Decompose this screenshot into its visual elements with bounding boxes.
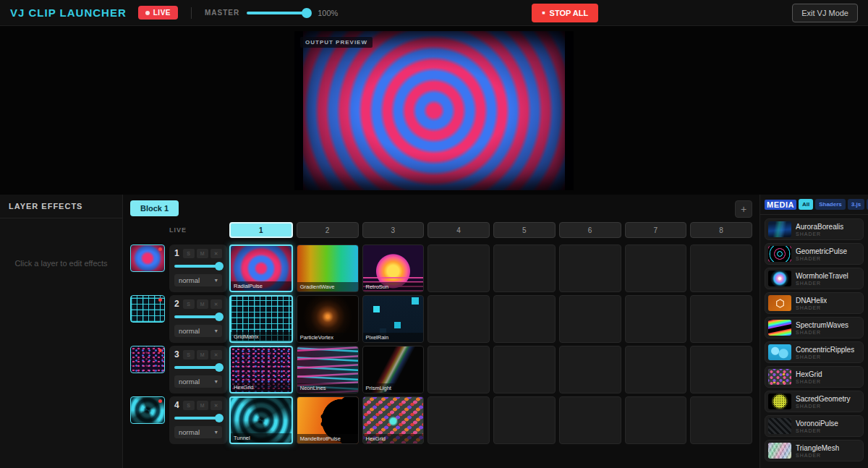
- layer-1-thumbnail[interactable]: [130, 244, 165, 272]
- empty-clip-cell[interactable]: [559, 295, 621, 343]
- layer-3-thumbnail[interactable]: [130, 346, 165, 373]
- empty-clip-cell[interactable]: [559, 244, 621, 292]
- layer-number: 2: [174, 299, 179, 309]
- media-item[interactable]: AuroraBorealis SHADER: [765, 218, 864, 240]
- mute-button[interactable]: M: [197, 350, 208, 359]
- clip-cell[interactable]: HexGrid: [362, 396, 425, 444]
- media-item[interactable]: WormholeTravel SHADER: [765, 268, 864, 289]
- mute-button[interactable]: M: [197, 249, 208, 258]
- workspace: LAYER EFFECTS Click a layer to edit effe…: [0, 195, 868, 468]
- empty-clip-cell[interactable]: [690, 244, 752, 292]
- empty-clip-cell[interactable]: [559, 346, 621, 393]
- layer-3-opacity-slider[interactable]: [174, 363, 222, 372]
- empty-clip-cell[interactable]: [493, 244, 556, 292]
- empty-clip-cell[interactable]: [427, 396, 490, 444]
- stage-area: OUTPUT PREVIEW: [0, 26, 868, 195]
- media-item[interactable]: ConcentricRipples SHADER: [765, 341, 864, 363]
- clear-button[interactable]: ✕: [210, 350, 222, 359]
- stop-all-label: STOP ALL: [550, 9, 589, 17]
- empty-clip-cell[interactable]: [625, 346, 687, 393]
- empty-clip-cell[interactable]: [559, 396, 621, 444]
- media-tab-all[interactable]: All: [799, 199, 813, 210]
- slider-thumb[interactable]: [215, 262, 224, 271]
- add-block-button[interactable]: +: [735, 200, 752, 218]
- media-item[interactable]: SacredGeometry SHADER: [765, 391, 864, 412]
- column-button-1[interactable]: 1: [229, 222, 293, 238]
- layer-1-opacity-slider[interactable]: [174, 262, 222, 271]
- layer-4-opacity-slider[interactable]: [174, 414, 222, 422]
- layer-2-opacity-slider[interactable]: [174, 312, 222, 321]
- media-item[interactable]: VoronoiPulse SHADER: [765, 415, 864, 437]
- clip-cell[interactable]: MandelbrotPulse: [297, 396, 359, 444]
- layer-4-thumbnail[interactable]: [130, 396, 165, 424]
- empty-clip-cell[interactable]: [690, 396, 752, 444]
- mute-button[interactable]: M: [197, 299, 208, 309]
- column-button-8[interactable]: 8: [690, 222, 752, 238]
- empty-clip-cell[interactable]: [493, 396, 556, 444]
- empty-clip-cell[interactable]: [690, 346, 752, 393]
- column-button-5[interactable]: 5: [493, 222, 556, 238]
- empty-clip-cell[interactable]: [427, 295, 490, 343]
- clip-cell[interactable]: GridMatrix: [229, 295, 293, 343]
- stop-all-button[interactable]: ■ STOP ALL: [532, 4, 598, 22]
- clear-button[interactable]: ✕: [210, 299, 222, 309]
- clip-cell[interactable]: GradientWave: [297, 244, 359, 292]
- chevron-down-icon: ▾: [215, 429, 218, 435]
- layer-2-thumbnail[interactable]: [130, 295, 165, 323]
- layer-1-blend-select[interactable]: normal ▾: [174, 274, 222, 286]
- media-item[interactable]: SpectrumWaves SHADER: [765, 317, 864, 339]
- empty-clip-cell[interactable]: [625, 244, 687, 292]
- block-tab[interactable]: Block 1: [130, 200, 179, 216]
- empty-clip-cell[interactable]: [493, 346, 556, 393]
- column-button-7[interactable]: 7: [625, 222, 687, 238]
- column-button-4[interactable]: 4: [427, 222, 490, 238]
- clip-cell[interactable]: PrismLight: [362, 346, 425, 393]
- slider-thumb[interactable]: [215, 414, 224, 422]
- layer-3-blend-select[interactable]: normal ▾: [174, 375, 222, 388]
- solo-button[interactable]: S: [183, 249, 195, 258]
- layer-active-dot: [158, 399, 162, 403]
- media-tab-shaders[interactable]: Shaders: [815, 199, 846, 210]
- exit-vj-mode-button[interactable]: Exit VJ Mode: [792, 4, 858, 22]
- column-button-3[interactable]: 3: [362, 222, 425, 238]
- column-button-6[interactable]: 6: [559, 222, 621, 238]
- media-tab-3js[interactable]: 3.js: [848, 199, 864, 210]
- clear-button[interactable]: ✕: [210, 249, 222, 258]
- clip-cell[interactable]: PixelRain: [362, 295, 425, 343]
- layer-3-lead: 3 S M ✕ normal ▾: [130, 346, 226, 393]
- media-item[interactable]: GeometricPulse SHADER: [765, 243, 864, 265]
- clip-cell[interactable]: RadialPulse: [229, 244, 293, 292]
- media-thumbnail: [768, 295, 791, 311]
- clip-cell[interactable]: ParticleVortex: [297, 295, 359, 343]
- slider-thumb[interactable]: [215, 363, 224, 372]
- clip-cell[interactable]: HexGrid: [229, 346, 293, 393]
- clip-cell[interactable]: Tunnel: [229, 396, 293, 444]
- empty-clip-cell[interactable]: [625, 295, 687, 343]
- media-item-meta: GeometricPulse SHADER: [796, 247, 847, 261]
- slider-thumb[interactable]: [215, 312, 224, 321]
- empty-clip-cell[interactable]: [493, 295, 556, 343]
- solo-button[interactable]: S: [183, 401, 195, 410]
- empty-clip-cell[interactable]: [427, 346, 490, 393]
- empty-clip-cell[interactable]: [690, 295, 752, 343]
- media-item-name: HexGrid: [796, 370, 822, 378]
- master-volume-slider[interactable]: [247, 12, 307, 14]
- media-thumbnail: [768, 418, 791, 434]
- layer-2-blend-select[interactable]: normal ▾: [174, 325, 222, 337]
- clear-button[interactable]: ✕: [210, 401, 222, 410]
- media-thumbnail: [768, 320, 791, 336]
- column-button-2[interactable]: 2: [297, 222, 359, 238]
- media-item[interactable]: HexGrid SHADER: [765, 366, 864, 388]
- media-item[interactable]: DNAHelix SHADER: [765, 292, 864, 314]
- clip-deck: Block 1 + LIVE 1 2 3 4 5 6 7 8: [123, 195, 760, 468]
- empty-clip-cell[interactable]: [427, 244, 490, 292]
- media-item[interactable]: TriangleMesh SHADER: [765, 440, 864, 461]
- solo-button[interactable]: S: [183, 299, 195, 309]
- clip-cell[interactable]: NeonLines: [297, 346, 359, 393]
- solo-button[interactable]: S: [183, 350, 195, 359]
- clip-cell[interactable]: RetroSun: [362, 244, 425, 292]
- layer-4-blend-select[interactable]: normal ▾: [174, 426, 222, 438]
- mute-button[interactable]: M: [197, 401, 208, 410]
- master-slider-thumb[interactable]: [302, 8, 312, 18]
- empty-clip-cell[interactable]: [625, 396, 687, 444]
